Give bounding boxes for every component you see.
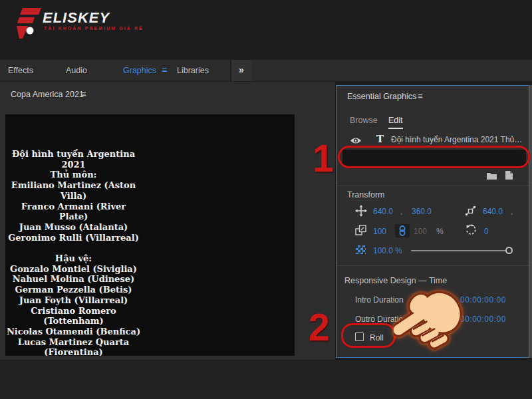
tab-effects[interactable]: Effects bbox=[8, 60, 33, 81]
position-y-value[interactable]: 360.0 bbox=[412, 207, 432, 216]
eye-visibility-icon[interactable] bbox=[350, 136, 362, 145]
layer-list-actions bbox=[482, 170, 522, 182]
layer-name: Đội hình tuyển Argentina 2021 Thủ… bbox=[391, 135, 524, 144]
scale-height-value[interactable]: 100 bbox=[414, 227, 427, 236]
bottom-empty-area bbox=[0, 360, 532, 399]
opacity-slider-handle[interactable] bbox=[505, 247, 513, 254]
rotation-icon bbox=[465, 223, 477, 235]
link-chain-icon bbox=[398, 225, 406, 236]
tab-browse[interactable]: Browse bbox=[350, 116, 378, 128]
brand-logo-icon bbox=[16, 7, 43, 40]
program-monitor-panel: Copa America 2021 ≡ Đội hình tuyển Argen… bbox=[0, 82, 335, 360]
site-header: ELISKEY TÀI KHOẢN PREMIUM GIÁ RẺ bbox=[0, 0, 532, 60]
text-layer-icon: T bbox=[376, 133, 384, 145]
workspace-tabstrip: Effects Audio Graphics ≡ Libraries bbox=[0, 60, 532, 82]
annotation-oval-step1 bbox=[338, 146, 530, 168]
graphics-tab-menu-icon[interactable]: ≡ bbox=[162, 60, 167, 81]
app-window: ELISKEY TÀI KHOẢN PREMIUM GIÁ RẺ Effects… bbox=[0, 0, 532, 399]
anchor-point-icon bbox=[465, 205, 476, 216]
panel-menu-icon[interactable]: ≡ bbox=[418, 91, 423, 101]
tab-graphics[interactable]: Graphics bbox=[123, 60, 156, 81]
tab-overflow-button[interactable]: » bbox=[231, 60, 251, 81]
panel-title: Essential Graphics bbox=[347, 92, 416, 101]
video-preview: Đội hình tuyển Argentina 2021 Thủ môn: E… bbox=[5, 114, 295, 356]
tab-edit[interactable]: Edit bbox=[388, 116, 403, 129]
opacity-icon bbox=[356, 245, 366, 254]
panel-right-edge bbox=[529, 85, 532, 358]
anchor-x-value[interactable]: 640.0 bbox=[483, 207, 503, 216]
position-comma: , bbox=[400, 207, 402, 216]
opacity-slider-track[interactable] bbox=[411, 250, 509, 251]
position-x-value[interactable]: 640.0 bbox=[373, 207, 393, 216]
hand-pointer-icon bbox=[394, 285, 467, 361]
section-divider bbox=[336, 265, 529, 266]
brand-tagline: TÀI KHOẢN PREMIUM GIÁ RẺ bbox=[44, 26, 144, 31]
tab-libraries[interactable]: Libraries bbox=[177, 60, 209, 81]
scale-unit: % bbox=[436, 227, 444, 236]
annotation-number-1: 1 bbox=[313, 140, 334, 178]
annotation-oval-step2 bbox=[341, 323, 396, 348]
scale-icon bbox=[355, 225, 366, 235]
brand-name: ELISKEY bbox=[43, 9, 110, 27]
chevron-overflow-icon: » bbox=[231, 60, 251, 81]
outro-duration-value[interactable]: 00:00:00:00 bbox=[460, 315, 506, 324]
credits-text: Đội hình tuyển Argentina 2021 Thủ môn: E… bbox=[5, 114, 142, 356]
section-divider bbox=[336, 186, 529, 186]
position-move-icon bbox=[355, 205, 367, 217]
transform-section-label: Transform bbox=[347, 190, 385, 200]
intro-duration-value[interactable]: 00:00:00:00 bbox=[460, 295, 506, 305]
brand-logo: ELISKEY TÀI KHOẢN PREMIUM GIÁ RẺ bbox=[16, 5, 162, 45]
program-monitor-menu-icon[interactable]: ≡ bbox=[81, 89, 86, 99]
opacity-value[interactable]: 100.0 % bbox=[373, 246, 402, 255]
tab-audio[interactable]: Audio bbox=[66, 60, 87, 81]
annotation-number-2: 2 bbox=[309, 309, 330, 346]
responsive-section-label: Responsive Design — Time bbox=[344, 276, 447, 285]
rotation-value[interactable]: 0 bbox=[484, 227, 489, 236]
scale-width-value[interactable]: 100 bbox=[373, 227, 386, 236]
anchor-comma: , bbox=[511, 207, 513, 216]
program-monitor-tab[interactable]: Copa America 2021 bbox=[11, 90, 84, 99]
new-folder-icon[interactable] bbox=[486, 171, 497, 180]
new-layer-icon[interactable] bbox=[505, 170, 513, 180]
scale-link-toggle[interactable] bbox=[395, 224, 410, 237]
